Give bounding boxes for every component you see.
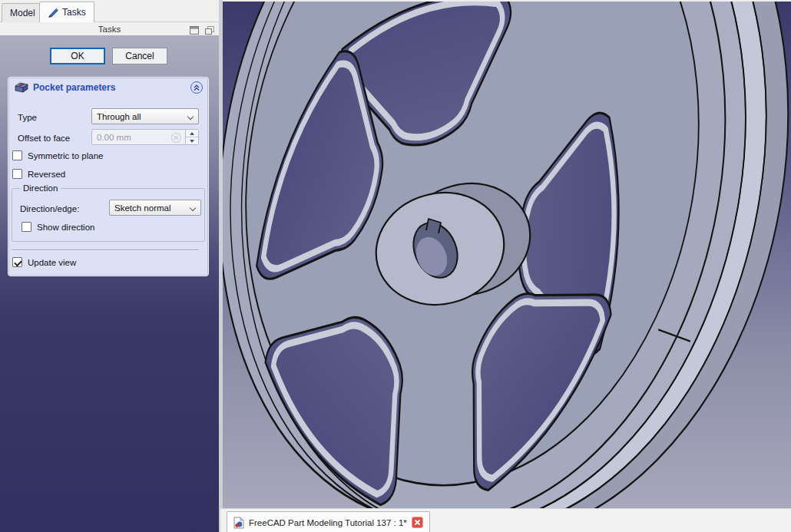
update-view-checkbox[interactable] [12,257,22,267]
direction-group-label: Direction [20,183,61,193]
pulley-wheel-3d-model [223,2,791,508]
offset-spinbox[interactable]: 0.00 mm fx [91,129,199,145]
close-icon[interactable] [412,517,423,528]
spin-down-button[interactable] [186,137,198,144]
pocket-3d-icon [15,82,28,93]
panel-tab-bar: Model Tasks [0,0,219,22]
reversed-checkbox[interactable] [12,169,22,179]
freecad-window: Model Tasks Tasks [0,0,791,532]
task-panel-content: OK Cancel Pocket parameters [0,35,219,532]
arrow-up-icon [190,132,194,135]
formula-fx-icon[interactable]: fx [171,133,181,143]
reversed-label: Reversed [28,170,65,179]
spin-up-button[interactable] [186,130,198,137]
pen-icon [48,8,58,18]
show-direction-label: Show direction [37,223,94,232]
chevron-down-icon [187,114,194,120]
document-tab-bar: FreeCAD Part Modeling Tutorial 137 : 1* [220,508,791,532]
tasks-title: Tasks [0,25,219,34]
tasks-titlebar: Tasks [0,22,219,35]
direction-edge-value: Sketch normal [114,203,171,213]
type-label: Type [18,113,37,122]
tab-tasks-label: Tasks [62,7,86,18]
type-combobox-value: Through all [97,112,141,121]
direction-groupbox: Direction Direction/edge: Sketch normal … [12,188,205,242]
update-view-label: Update view [28,258,76,267]
direction-edge-combobox[interactable]: Sketch normal [109,200,201,216]
offset-label: Offset to face [18,134,70,143]
show-direction-checkbox[interactable] [22,222,31,232]
offset-spin-buttons [185,130,198,144]
task-panel: Model Tasks Tasks [0,0,219,532]
arrow-down-icon [190,140,194,143]
symmetric-label: Symmetric to plane [28,151,103,160]
pocket-parameters-header[interactable]: Pocket parameters [8,78,208,97]
document-tab[interactable]: FreeCAD Part Modeling Tutorial 137 : 1* [227,511,430,532]
tab-model[interactable]: Model [2,3,44,22]
freecad-document-icon [233,517,244,529]
undock-icon[interactable] [205,24,214,32]
chevron-down-icon [190,205,196,211]
document-tab-label: FreeCAD Part Modeling Tutorial 137 : 1* [249,518,407,527]
separator [12,249,199,251]
cancel-button[interactable]: Cancel [112,48,167,64]
tab-tasks[interactable]: Tasks [39,2,94,22]
chevron-double-up-icon[interactable] [190,81,203,94]
pocket-parameters-box: Pocket parameters Type Through all Offse… [8,77,209,276]
symmetric-checkbox[interactable] [12,150,22,160]
ok-button[interactable]: OK [50,48,105,64]
offset-spinbox-value: 0.00 mm [97,133,131,142]
type-combobox[interactable]: Through all [91,108,199,124]
pocket-parameters-title: Pocket parameters [33,82,115,93]
direction-edge-label: Direction/edge: [20,204,79,213]
float-window-icon[interactable] [190,24,199,32]
3d-viewport[interactable] [223,0,791,508]
tab-model-label: Model [10,8,35,18]
